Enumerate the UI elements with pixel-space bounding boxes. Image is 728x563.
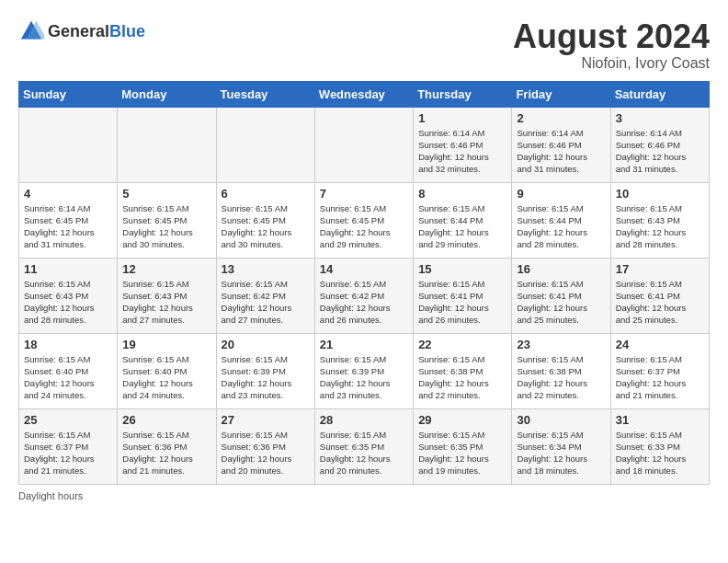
- day-cell: 28Sunrise: 6:15 AM Sunset: 6:35 PM Dayli…: [314, 408, 413, 484]
- day-cell: 15Sunrise: 6:15 AM Sunset: 6:41 PM Dayli…: [414, 258, 512, 333]
- week-row-5: 25Sunrise: 6:15 AM Sunset: 6:37 PM Dayli…: [19, 408, 710, 484]
- day-cell: 26Sunrise: 6:15 AM Sunset: 6:36 PM Dayli…: [118, 408, 216, 484]
- day-cell: 19Sunrise: 6:15 AM Sunset: 6:40 PM Dayli…: [118, 333, 216, 408]
- day-info: Sunrise: 6:15 AM Sunset: 6:44 PM Dayligh…: [517, 202, 605, 251]
- day-number: 10: [616, 187, 704, 201]
- day-number: 13: [222, 262, 310, 276]
- week-row-1: 1Sunrise: 6:14 AM Sunset: 6:46 PM Daylig…: [19, 107, 710, 182]
- day-cell: 1Sunrise: 6:14 AM Sunset: 6:46 PM Daylig…: [414, 107, 512, 182]
- week-row-4: 18Sunrise: 6:15 AM Sunset: 6:40 PM Dayli…: [19, 333, 710, 408]
- day-info: Sunrise: 6:15 AM Sunset: 6:37 PM Dayligh…: [24, 429, 112, 477]
- day-cell: 24Sunrise: 6:15 AM Sunset: 6:37 PM Dayli…: [610, 333, 709, 408]
- day-cell: [314, 107, 413, 182]
- col-header-tuesday: Tuesday: [216, 81, 314, 107]
- day-number: 26: [122, 413, 210, 427]
- day-info: Sunrise: 6:15 AM Sunset: 6:43 PM Dayligh…: [122, 278, 210, 327]
- day-info: Sunrise: 6:15 AM Sunset: 6:45 PM Dayligh…: [122, 202, 210, 251]
- day-number: 23: [517, 338, 605, 351]
- day-info: Sunrise: 6:15 AM Sunset: 6:38 PM Dayligh…: [517, 353, 605, 402]
- month-year: August 2024: [513, 18, 710, 55]
- day-info: Sunrise: 6:15 AM Sunset: 6:42 PM Dayligh…: [320, 278, 408, 327]
- day-info: Sunrise: 6:15 AM Sunset: 6:36 PM Dayligh…: [222, 429, 310, 477]
- col-header-monday: Monday: [118, 81, 216, 107]
- day-cell: 21Sunrise: 6:15 AM Sunset: 6:39 PM Dayli…: [314, 333, 413, 408]
- calendar-header: SundayMondayTuesdayWednesdayThursdayFrid…: [19, 81, 710, 107]
- day-number: 2: [517, 111, 605, 125]
- day-cell: 16Sunrise: 6:15 AM Sunset: 6:41 PM Dayli…: [512, 258, 610, 333]
- day-info: Sunrise: 6:15 AM Sunset: 6:44 PM Dayligh…: [418, 202, 506, 251]
- day-cell: 14Sunrise: 6:15 AM Sunset: 6:42 PM Dayli…: [314, 258, 413, 333]
- day-number: 9: [517, 187, 605, 201]
- day-cell: 20Sunrise: 6:15 AM Sunset: 6:39 PM Dayli…: [216, 333, 314, 408]
- day-number: 30: [517, 413, 605, 427]
- day-number: 16: [517, 262, 605, 276]
- col-header-wednesday: Wednesday: [314, 81, 413, 107]
- day-cell: 10Sunrise: 6:15 AM Sunset: 6:43 PM Dayli…: [610, 182, 709, 258]
- day-cell: 13Sunrise: 6:15 AM Sunset: 6:42 PM Dayli…: [216, 258, 314, 333]
- calendar-table: SundayMondayTuesdayWednesdayThursdayFrid…: [18, 81, 710, 485]
- day-cell: 29Sunrise: 6:15 AM Sunset: 6:35 PM Dayli…: [414, 408, 512, 484]
- day-info: Sunrise: 6:15 AM Sunset: 6:34 PM Dayligh…: [517, 429, 605, 477]
- day-number: 11: [24, 262, 112, 276]
- day-number: 20: [222, 338, 310, 351]
- day-info: Sunrise: 6:15 AM Sunset: 6:39 PM Dayligh…: [222, 353, 310, 402]
- day-number: 3: [616, 111, 704, 125]
- day-number: 28: [320, 413, 408, 427]
- day-info: Sunrise: 6:14 AM Sunset: 6:46 PM Dayligh…: [517, 127, 605, 176]
- day-cell: [19, 107, 118, 182]
- day-cell: 31Sunrise: 6:15 AM Sunset: 6:33 PM Dayli…: [610, 408, 709, 484]
- day-number: 5: [122, 187, 210, 201]
- day-info: Sunrise: 6:15 AM Sunset: 6:43 PM Dayligh…: [616, 202, 704, 251]
- day-cell: 25Sunrise: 6:15 AM Sunset: 6:37 PM Dayli…: [19, 408, 118, 484]
- day-info: Sunrise: 6:15 AM Sunset: 6:41 PM Dayligh…: [616, 278, 704, 327]
- day-cell: 22Sunrise: 6:15 AM Sunset: 6:38 PM Dayli…: [414, 333, 512, 408]
- col-header-saturday: Saturday: [610, 81, 709, 107]
- day-cell: 17Sunrise: 6:15 AM Sunset: 6:41 PM Dayli…: [610, 258, 709, 333]
- day-cell: 5Sunrise: 6:15 AM Sunset: 6:45 PM Daylig…: [118, 182, 216, 258]
- day-info: Sunrise: 6:14 AM Sunset: 6:45 PM Dayligh…: [24, 202, 112, 251]
- day-info: Sunrise: 6:15 AM Sunset: 6:33 PM Dayligh…: [616, 429, 704, 477]
- day-number: 18: [24, 338, 112, 351]
- page-header: General Blue August 2024 Niofoin, Ivory …: [18, 18, 710, 72]
- day-info: Sunrise: 6:15 AM Sunset: 6:41 PM Dayligh…: [517, 278, 605, 327]
- logo-blue: Blue: [109, 23, 145, 40]
- footer-note: Daylight hours: [18, 490, 710, 501]
- location: Niofoin, Ivory Coast: [513, 55, 710, 72]
- day-number: 24: [616, 338, 704, 351]
- day-number: 17: [616, 262, 704, 276]
- daylight-hours-label: Daylight hours: [18, 490, 83, 501]
- logo-general: General: [48, 23, 109, 40]
- day-info: Sunrise: 6:14 AM Sunset: 6:46 PM Dayligh…: [616, 127, 704, 176]
- day-info: Sunrise: 6:15 AM Sunset: 6:43 PM Dayligh…: [24, 278, 112, 327]
- day-cell: 9Sunrise: 6:15 AM Sunset: 6:44 PM Daylig…: [512, 182, 610, 258]
- col-header-friday: Friday: [512, 81, 610, 107]
- day-cell: 27Sunrise: 6:15 AM Sunset: 6:36 PM Dayli…: [216, 408, 314, 484]
- day-number: 8: [418, 187, 506, 201]
- day-number: 1: [418, 111, 506, 125]
- day-cell: 7Sunrise: 6:15 AM Sunset: 6:45 PM Daylig…: [314, 182, 413, 258]
- day-cell: 8Sunrise: 6:15 AM Sunset: 6:44 PM Daylig…: [414, 182, 512, 258]
- logo-icon: [18, 18, 44, 44]
- day-number: 12: [122, 262, 210, 276]
- day-number: 21: [320, 338, 408, 351]
- day-info: Sunrise: 6:15 AM Sunset: 6:42 PM Dayligh…: [222, 278, 310, 327]
- day-info: Sunrise: 6:15 AM Sunset: 6:40 PM Dayligh…: [122, 353, 210, 402]
- day-info: Sunrise: 6:15 AM Sunset: 6:45 PM Dayligh…: [222, 202, 310, 251]
- day-number: 27: [222, 413, 310, 427]
- day-info: Sunrise: 6:15 AM Sunset: 6:38 PM Dayligh…: [418, 353, 506, 402]
- day-cell: 2Sunrise: 6:14 AM Sunset: 6:46 PM Daylig…: [512, 107, 610, 182]
- week-row-2: 4Sunrise: 6:14 AM Sunset: 6:45 PM Daylig…: [19, 182, 710, 258]
- day-info: Sunrise: 6:15 AM Sunset: 6:39 PM Dayligh…: [320, 353, 408, 402]
- day-number: 31: [616, 413, 704, 427]
- day-cell: 4Sunrise: 6:14 AM Sunset: 6:45 PM Daylig…: [19, 182, 118, 258]
- day-info: Sunrise: 6:14 AM Sunset: 6:46 PM Dayligh…: [418, 127, 506, 176]
- day-info: Sunrise: 6:15 AM Sunset: 6:36 PM Dayligh…: [122, 429, 210, 477]
- logo: General Blue: [18, 18, 145, 44]
- day-info: Sunrise: 6:15 AM Sunset: 6:35 PM Dayligh…: [418, 429, 506, 477]
- week-row-3: 11Sunrise: 6:15 AM Sunset: 6:43 PM Dayli…: [19, 258, 710, 333]
- header-row: SundayMondayTuesdayWednesdayThursdayFrid…: [19, 81, 710, 107]
- day-number: 6: [222, 187, 310, 201]
- day-number: 4: [24, 187, 112, 201]
- day-cell: [118, 107, 216, 182]
- col-header-thursday: Thursday: [414, 81, 512, 107]
